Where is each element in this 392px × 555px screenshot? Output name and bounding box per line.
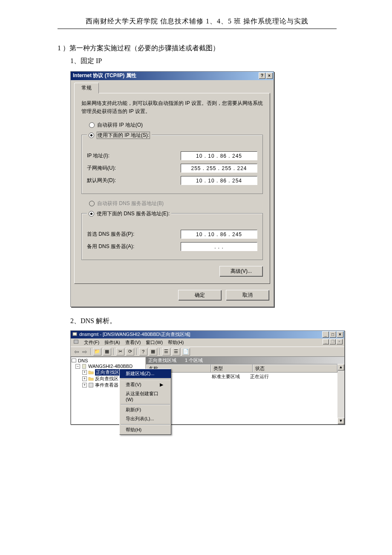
list2-icon[interactable]: ☰: [172, 348, 180, 356]
auto-dns-label: 自动获得 DNS 服务器地址(B): [97, 200, 164, 207]
radio-on-icon: [89, 133, 94, 138]
cancel-button[interactable]: 取消: [226, 290, 269, 301]
gateway-label: 默认网关(D):: [87, 177, 116, 184]
mask-label: 子网掩码(U):: [87, 165, 116, 172]
gateway-input[interactable]: 10 . 10 . 86 . 254: [181, 176, 257, 185]
back-button[interactable]: ⇦: [73, 348, 80, 355]
menu-help[interactable]: 帮助(H): [168, 339, 184, 346]
manual-dns-label: 使用下面的 DNS 服务器地址(E):: [97, 210, 170, 217]
tab-general[interactable]: 常规: [74, 83, 99, 93]
up-button[interactable]: 📁: [93, 348, 101, 356]
svg-rect-1: [73, 333, 76, 335]
toolbar: ⇦ ⇨ 📁 ▦ ✂ ⟳ ? ▦ ☰ ☰ 📄: [71, 347, 344, 357]
server-icon: [81, 364, 87, 369]
mdi-close[interactable]: ×: [336, 339, 343, 344]
manual-dns-radio[interactable]: 使用下面的 DNS 服务器地址(E):: [87, 210, 171, 217]
step-2: 2、DNS 解析。: [70, 315, 337, 327]
ctx-view[interactable]: 查看(V)▶: [120, 380, 146, 389]
advanced-button[interactable]: 高级(V)...: [219, 266, 263, 277]
vertical-scrollbar[interactable]: ▲ ▼: [337, 364, 344, 424]
tree-panel[interactable]: DNS − WANGSHI2-4B0BBD + 正向查找区域 + 反向查找区: [71, 357, 146, 424]
folder-icon: [88, 376, 94, 382]
dialog-title: Internet 协议 (TCP/IP) 属性: [73, 72, 136, 79]
step-1: 1、固定 IP: [70, 55, 337, 67]
window-title: dnsmgmt - [DNS\WANGSHI2-4B0BBD\正向查找区域]: [79, 331, 190, 338]
header-rule: [58, 29, 337, 29]
svg-rect-5: [89, 383, 93, 387]
auto-ip-label: 自动获得 IP 地址(O): [97, 121, 143, 129]
col-type[interactable]: 类型: [211, 364, 253, 372]
context-menu[interactable]: 新建区域(Z)... 查看(V)▶ 从这里创建窗口(W) 刷新(F) 导出列表(…: [119, 369, 146, 424]
expand-icon[interactable]: +: [82, 370, 87, 375]
dns1-label: 首选 DNS 服务器(P):: [87, 231, 134, 238]
app-icon: [73, 339, 79, 345]
scroll-up-icon[interactable]: ▲: [337, 364, 344, 370]
alternate-dns-input[interactable]: . . .: [181, 242, 257, 251]
svg-rect-3: [72, 358, 76, 362]
content-panel: 正向查找区域 1 个区域 名称 类型 状态 om 标准主要区域: [146, 357, 344, 424]
ctx-new-window[interactable]: 从这里创建窗口(W): [120, 389, 146, 403]
ok-button[interactable]: 确定: [178, 290, 222, 301]
collapse-icon[interactable]: −: [75, 364, 80, 369]
expand-icon[interactable]: +: [82, 383, 87, 387]
manual-dns-group: 使用下面的 DNS 服务器地址(E): 首选 DNS 服务器(P): 10 . …: [81, 213, 263, 260]
manual-ip-group: 使用下面的 IP 地址(S): IP 地址(I): 10 . 10 . 86 .…: [81, 135, 263, 194]
svg-rect-4: [82, 364, 86, 368]
mdi-restore[interactable]: ❐: [329, 339, 336, 344]
list-icon[interactable]: ☰: [162, 348, 170, 356]
tree-dns-root[interactable]: DNS: [71, 358, 145, 364]
doc-header: 西南财经大学天府学院 信息技术辅修 1、4、5 班 操作系统理论与实践: [58, 17, 337, 26]
menu-action[interactable]: 操作(A): [104, 339, 120, 346]
dnsmgmt-window: dnsmgmt - [DNS\WANGSHI2-4B0BBD\正向查找区域] _…: [70, 330, 345, 425]
menu-view[interactable]: 查看(V): [125, 339, 141, 346]
heading-1: 1 ）第一种方案实施过程（必要的步骤描述或者截图）: [58, 42, 337, 55]
menubar[interactable]: 文件(F) 操作(A) 查看(V) 窗口(W) 帮助(H): [71, 338, 186, 347]
maximize-button[interactable]: □: [329, 331, 336, 338]
refresh-icon[interactable]: ⟳: [126, 348, 134, 356]
ctx-new-zone[interactable]: 新建区域(Z)...: [120, 369, 146, 378]
settings-icon[interactable]: ▦: [149, 348, 157, 356]
subnet-mask-input[interactable]: 255 . 255 . 255 . 224: [181, 164, 257, 173]
expand-icon[interactable]: +: [82, 376, 87, 381]
grid-icon[interactable]: ▦: [103, 348, 111, 356]
auto-dns-radio: 自动获得 DNS 服务器地址(B): [87, 200, 263, 207]
radio-off-icon: [89, 122, 95, 128]
column-headers[interactable]: 名称 类型 状态: [146, 364, 337, 373]
tcpip-properties-dialog: Internet 协议 (TCP/IP) 属性 ? × 常规 如果网络支持此功能…: [70, 71, 274, 307]
help-icon[interactable]: ?: [139, 348, 147, 356]
titlebar: Internet 协议 (TCP/IP) 属性 ? ×: [71, 72, 274, 80]
cut-icon[interactable]: ✂: [116, 348, 124, 356]
mdi-minimize[interactable]: _: [323, 339, 329, 344]
dns2-label: 备用 DNS 服务器(A):: [87, 243, 134, 250]
folder-open-icon: [88, 370, 94, 375]
auto-ip-radio[interactable]: 自动获得 IP 地址(O): [87, 121, 263, 129]
ip-address-input[interactable]: 10 . 10 . 86 . 245: [181, 151, 257, 160]
ip-label: IP 地址(I):: [87, 152, 110, 159]
zone-row[interactable]: om 标准主要区域 正在运行: [146, 373, 337, 380]
help-button[interactable]: ?: [259, 72, 265, 79]
ctx-export[interactable]: 导出列表(L)...: [120, 414, 146, 423]
scroll-down-icon[interactable]: ▼: [337, 418, 344, 424]
forward-button[interactable]: ⇨: [81, 348, 88, 355]
ctx-refresh[interactable]: 刷新(F): [120, 405, 146, 414]
col-status[interactable]: 状态: [253, 364, 337, 372]
app-icon: [72, 332, 78, 337]
radio-on-icon: [89, 211, 94, 217]
manual-ip-label: 使用下面的 IP 地址(S):: [97, 132, 150, 139]
menu-file[interactable]: 文件(F): [84, 339, 99, 346]
svg-rect-2: [74, 340, 78, 343]
content-header: 正向查找区域 1 个区域: [146, 357, 344, 364]
radio-disabled-icon: [89, 201, 95, 206]
grid-body[interactable]: om 标准主要区域 正在运行: [146, 373, 337, 424]
book-icon: [88, 382, 94, 388]
close-button[interactable]: ×: [266, 72, 273, 79]
note-icon[interactable]: 📄: [182, 348, 190, 356]
description-text: 如果网络支持此功能，则可以获取自动指派的 IP 设置。否则，您需要从网络系统管理…: [81, 99, 263, 116]
menu-window[interactable]: 窗口(W): [146, 339, 163, 346]
manual-ip-radio[interactable]: 使用下面的 IP 地址(S):: [87, 132, 152, 139]
close-button[interactable]: ×: [337, 331, 343, 338]
minimize-button[interactable]: _: [322, 331, 329, 338]
titlebar: dnsmgmt - [DNS\WANGSHI2-4B0BBD\正向查找区域] _…: [71, 331, 344, 338]
dns-icon: [71, 358, 77, 364]
preferred-dns-input[interactable]: 10 . 10 . 86 . 245: [181, 230, 257, 239]
